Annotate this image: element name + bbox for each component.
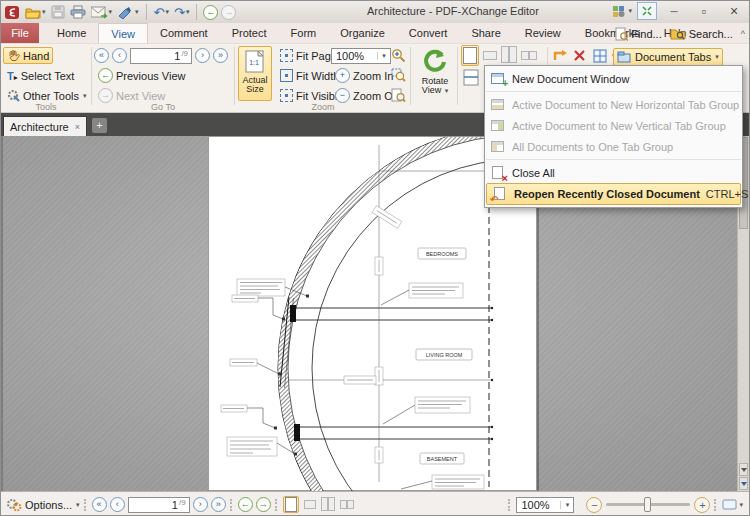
tab-review[interactable]: Review [513,23,573,43]
single-page-icon [463,47,477,64]
status-back-button[interactable]: ← [238,497,253,512]
split-view-button[interactable] [461,67,481,88]
last-page-button[interactable]: » [213,48,228,63]
continuous-view-button[interactable] [483,51,497,60]
rotate-view-button[interactable]: Rotate View ▾ [415,46,455,101]
red-x-icon [573,49,586,62]
status-previous-page-button[interactable]: ‹ [110,497,125,512]
tab-view[interactable]: View [98,23,148,43]
hand-tool-button[interactable]: Hand [3,47,53,64]
menu-separator [486,159,741,160]
collapse-ribbon-button[interactable]: ^ [741,29,745,39]
scroll-down-button[interactable] [739,463,748,476]
tab-share[interactable]: Share [459,23,512,43]
close-view-button[interactable] [571,47,588,64]
tab-organize[interactable]: Organize [328,23,397,43]
two-pages-button[interactable] [501,46,517,65]
options-button[interactable]: Options... ▾ [6,498,80,512]
tab-layout-button[interactable] [591,47,608,64]
tab-file[interactable]: File [1,23,39,43]
menu-item-new-document-window[interactable]: + New Document Window [485,68,742,89]
hand-icon [7,49,20,62]
status-zoom-combo[interactable]: 100% ▾ [516,497,574,513]
email-button[interactable]: ▾ [90,3,114,21]
tab-protect[interactable]: Protect [220,23,279,43]
status-single-page-button[interactable] [283,496,299,513]
fullscreen-button[interactable] [637,2,657,20]
status-zoom-out-button[interactable]: − [586,497,602,513]
status-forward-button[interactable]: → [256,497,271,512]
menu-item-close-all[interactable]: × Close All [485,162,742,183]
find-button[interactable]: Find... [615,27,662,41]
save-button[interactable] [50,3,66,21]
tab-close-icon[interactable]: × [75,122,80,132]
magnifier-plus-icon [391,48,406,63]
redo-button[interactable]: ↷ ▾ [173,3,190,21]
maximize-button[interactable]: ▫ [691,2,717,20]
search-button[interactable]: Search... [670,27,733,40]
status-zoom-in-button[interactable]: + [694,497,710,513]
menu-item-vertical-tab-group[interactable]: Active Document to New Vertical Tab Grou… [485,115,742,136]
toolbar-handle[interactable] [508,499,512,511]
room-label: LIVING ROOM [426,352,463,358]
reopen-document-icon: ↶ [492,187,508,201]
minimize-button[interactable]: ─ [661,2,687,20]
ui-options-caret: ▾ [628,7,632,15]
two-pages-continuous-button[interactable] [521,50,537,62]
history-forward-button[interactable]: → [221,5,236,20]
history-back-button[interactable]: ← [203,5,218,20]
ui-options-icon[interactable]: ▾ [611,2,633,20]
tab-convert[interactable]: Convert [397,23,460,43]
split-icon [463,69,479,86]
toolbar-handle[interactable] [84,499,88,511]
loupe-icon [391,88,406,103]
previous-page-button[interactable]: ‹ [112,48,127,63]
corner-arrow-icon [553,49,567,63]
zoom-slider[interactable] [606,503,690,506]
window-controls: ▾ ─ ▫ × [611,2,747,20]
status-page-number-field[interactable]: 1/9 [128,497,190,513]
toolbar-handle[interactable] [275,499,279,511]
next-page-button[interactable]: › [195,48,210,63]
page-number-field[interactable]: 1/9 [130,48,192,64]
scroll-next-button[interactable] [739,477,748,490]
previous-view-button[interactable]: ← Previous View [94,66,190,85]
document-tabs-button[interactable]: Document Tabs ▾ [613,48,723,66]
status-bar: Options... ▾ « ‹ 1/9 › » ← → 100% ▾ − + [1,491,749,516]
toolbar-handle[interactable] [714,499,718,511]
status-two-pages-continuous-button[interactable] [340,499,354,511]
status-continuous-button[interactable] [304,500,316,509]
stamp-button[interactable]: ▾ [116,3,140,21]
open-button[interactable]: ▾ [24,3,47,21]
toolbar-handle[interactable] [230,499,234,511]
tab-form[interactable]: Form [279,23,329,43]
status-layout-buttons [304,497,354,513]
status-next-page-button[interactable]: › [193,497,208,512]
menu-item-horizontal-tab-group[interactable]: Active Document to New Horizontal Tab Gr… [485,94,742,115]
status-last-page-button[interactable]: » [211,497,226,512]
single-page-button[interactable] [461,45,479,66]
marquee-zoom-button[interactable] [390,67,407,84]
page-transitions-button[interactable] [551,47,568,64]
zoom-in-button[interactable]: + Zoom In [331,66,397,85]
app-logo-icon [4,3,21,21]
close-all-icon: × [490,166,506,180]
document-tab-architecture[interactable]: Architecture × [3,116,87,136]
new-tab-button[interactable]: + [92,118,107,133]
fit-mode-button[interactable]: ▾ [722,498,743,511]
first-page-button[interactable]: « [94,48,109,63]
zoom-in-tool-button[interactable] [390,47,407,64]
tab-comment[interactable]: Comment [148,23,220,43]
actual-size-button[interactable]: 1:1 Actual Size [238,46,272,101]
tab-home[interactable]: Home [45,23,98,43]
zoom-slider-thumb[interactable] [644,497,651,512]
print-button[interactable] [69,3,87,21]
menu-item-one-tab-group[interactable]: All Documents to One Tab Group [485,136,742,157]
status-two-pages-button[interactable] [321,497,335,513]
close-button[interactable]: × [721,2,747,20]
menu-item-reopen-recently-closed[interactable]: ↶ Reopen Recently Closed Document CTRL+S… [486,183,741,205]
zoom-level-combo[interactable]: 100% ▾ [331,48,391,64]
status-first-page-button[interactable]: « [92,497,107,512]
select-text-button[interactable]: T▸ Select Text [3,68,78,84]
undo-button[interactable]: ↶ ▾ [153,3,170,21]
